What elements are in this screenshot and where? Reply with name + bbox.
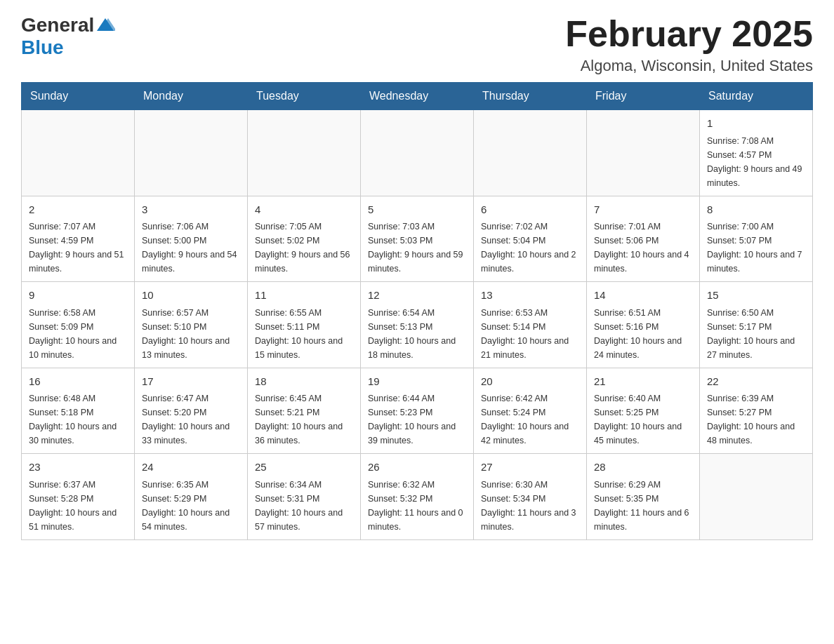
calendar-day-cell: 16Sunrise: 6:48 AM Sunset: 5:18 PM Dayli… (22, 368, 135, 454)
day-of-week-header: Friday (587, 83, 700, 110)
day-number: 7 (594, 202, 692, 218)
day-info: Sunrise: 6:29 AM Sunset: 5:35 PM Dayligh… (594, 478, 692, 534)
day-number: 4 (255, 202, 353, 218)
day-number: 24 (142, 459, 240, 476)
day-info: Sunrise: 6:39 AM Sunset: 5:27 PM Dayligh… (707, 391, 805, 448)
day-number: 20 (481, 374, 579, 390)
day-number: 16 (29, 374, 127, 390)
day-info: Sunrise: 7:07 AM Sunset: 4:59 PM Dayligh… (29, 220, 127, 276)
calendar-day-cell: 11Sunrise: 6:55 AM Sunset: 5:11 PM Dayli… (248, 282, 361, 368)
calendar-week-row: 9Sunrise: 6:58 AM Sunset: 5:09 PM Daylig… (22, 282, 813, 368)
calendar-day-cell (248, 110, 361, 196)
day-number: 6 (481, 202, 579, 218)
day-number: 9 (29, 288, 127, 304)
calendar-day-cell: 12Sunrise: 6:54 AM Sunset: 5:13 PM Dayli… (361, 282, 474, 368)
day-number: 25 (255, 459, 353, 476)
calendar-day-cell: 1Sunrise: 7:08 AM Sunset: 4:57 PM Daylig… (700, 110, 813, 196)
day-info: Sunrise: 6:42 AM Sunset: 5:24 PM Dayligh… (481, 391, 579, 448)
calendar-day-cell: 21Sunrise: 6:40 AM Sunset: 5:25 PM Dayli… (587, 368, 700, 454)
day-number: 17 (142, 374, 240, 390)
day-number: 12 (368, 288, 466, 304)
day-of-week-header: Saturday (700, 83, 813, 110)
calendar-day-cell: 23Sunrise: 6:37 AM Sunset: 5:28 PM Dayli… (22, 454, 135, 540)
day-of-week-header: Wednesday (361, 83, 474, 110)
calendar-body: 1Sunrise: 7:08 AM Sunset: 4:57 PM Daylig… (22, 110, 813, 540)
calendar-header: SundayMondayTuesdayWednesdayThursdayFrid… (22, 83, 813, 110)
calendar-day-cell: 10Sunrise: 6:57 AM Sunset: 5:10 PM Dayli… (135, 282, 248, 368)
day-info: Sunrise: 7:02 AM Sunset: 5:04 PM Dayligh… (481, 220, 579, 276)
title-section: February 2025 Algoma, Wisconsin, United … (565, 14, 813, 75)
day-info: Sunrise: 6:47 AM Sunset: 5:20 PM Dayligh… (142, 391, 240, 448)
calendar-day-cell: 28Sunrise: 6:29 AM Sunset: 5:35 PM Dayli… (587, 454, 700, 540)
day-info: Sunrise: 6:34 AM Sunset: 5:31 PM Dayligh… (255, 478, 353, 534)
calendar-day-cell: 20Sunrise: 6:42 AM Sunset: 5:24 PM Dayli… (474, 368, 587, 454)
calendar-day-cell: 25Sunrise: 6:34 AM Sunset: 5:31 PM Dayli… (248, 454, 361, 540)
calendar-day-cell: 18Sunrise: 6:45 AM Sunset: 5:21 PM Dayli… (248, 368, 361, 454)
day-info: Sunrise: 6:54 AM Sunset: 5:13 PM Dayligh… (368, 306, 466, 362)
calendar-day-cell: 4Sunrise: 7:05 AM Sunset: 5:02 PM Daylig… (248, 196, 361, 282)
calendar-day-cell: 3Sunrise: 7:06 AM Sunset: 5:00 PM Daylig… (135, 196, 248, 282)
day-info: Sunrise: 7:06 AM Sunset: 5:00 PM Dayligh… (142, 220, 240, 276)
day-info: Sunrise: 7:00 AM Sunset: 5:07 PM Dayligh… (707, 220, 805, 276)
calendar-day-cell: 5Sunrise: 7:03 AM Sunset: 5:03 PM Daylig… (361, 196, 474, 282)
day-info: Sunrise: 7:03 AM Sunset: 5:03 PM Dayligh… (368, 220, 466, 276)
day-info: Sunrise: 6:44 AM Sunset: 5:23 PM Dayligh… (368, 391, 466, 448)
calendar-day-cell (700, 454, 813, 540)
day-number: 14 (594, 288, 692, 304)
day-number: 15 (707, 288, 805, 304)
day-number: 1 (707, 116, 805, 132)
logo: General Blue (21, 14, 115, 59)
location-title: Algoma, Wisconsin, United States (565, 57, 813, 75)
calendar-week-row: 2Sunrise: 7:07 AM Sunset: 4:59 PM Daylig… (22, 196, 813, 282)
day-of-week-header: Tuesday (248, 83, 361, 110)
day-info: Sunrise: 6:55 AM Sunset: 5:11 PM Dayligh… (255, 306, 353, 362)
calendar-day-cell (22, 110, 135, 196)
calendar-day-cell: 7Sunrise: 7:01 AM Sunset: 5:06 PM Daylig… (587, 196, 700, 282)
day-info: Sunrise: 6:58 AM Sunset: 5:09 PM Dayligh… (29, 306, 127, 362)
day-info: Sunrise: 6:35 AM Sunset: 5:29 PM Dayligh… (142, 478, 240, 534)
calendar-day-cell: 14Sunrise: 6:51 AM Sunset: 5:16 PM Dayli… (587, 282, 700, 368)
day-info: Sunrise: 7:08 AM Sunset: 4:57 PM Dayligh… (707, 134, 805, 190)
page-header: General Blue February 2025 Algoma, Wisco… (21, 14, 813, 75)
logo-general-text: General (21, 14, 94, 36)
day-number: 18 (255, 374, 353, 390)
day-number: 5 (368, 202, 466, 218)
day-of-week-header: Monday (135, 83, 248, 110)
day-number: 22 (707, 374, 805, 390)
day-info: Sunrise: 6:45 AM Sunset: 5:21 PM Dayligh… (255, 391, 353, 448)
day-info: Sunrise: 6:40 AM Sunset: 5:25 PM Dayligh… (594, 391, 692, 448)
day-number: 21 (594, 374, 692, 390)
calendar-day-cell: 19Sunrise: 6:44 AM Sunset: 5:23 PM Dayli… (361, 368, 474, 454)
day-number: 27 (481, 459, 579, 476)
calendar-day-cell: 2Sunrise: 7:07 AM Sunset: 4:59 PM Daylig… (22, 196, 135, 282)
day-of-week-header: Thursday (474, 83, 587, 110)
day-number: 28 (594, 459, 692, 476)
day-info: Sunrise: 7:01 AM Sunset: 5:06 PM Dayligh… (594, 220, 692, 276)
calendar-day-cell: 6Sunrise: 7:02 AM Sunset: 5:04 PM Daylig… (474, 196, 587, 282)
day-number: 2 (29, 202, 127, 218)
calendar-day-cell: 26Sunrise: 6:32 AM Sunset: 5:32 PM Dayli… (361, 454, 474, 540)
calendar-day-cell (474, 110, 587, 196)
day-of-week-header: Sunday (22, 83, 135, 110)
day-info: Sunrise: 6:30 AM Sunset: 5:34 PM Dayligh… (481, 478, 579, 534)
calendar-day-cell: 17Sunrise: 6:47 AM Sunset: 5:20 PM Dayli… (135, 368, 248, 454)
day-number: 10 (142, 288, 240, 304)
calendar-week-row: 16Sunrise: 6:48 AM Sunset: 5:18 PM Dayli… (22, 368, 813, 454)
logo-icon (95, 15, 115, 35)
day-info: Sunrise: 6:32 AM Sunset: 5:32 PM Dayligh… (368, 478, 466, 534)
day-number: 8 (707, 202, 805, 218)
calendar-table: SundayMondayTuesdayWednesdayThursdayFrid… (21, 82, 813, 540)
calendar-day-cell: 9Sunrise: 6:58 AM Sunset: 5:09 PM Daylig… (22, 282, 135, 368)
calendar-day-cell (135, 110, 248, 196)
calendar-day-cell: 8Sunrise: 7:00 AM Sunset: 5:07 PM Daylig… (700, 196, 813, 282)
day-number: 13 (481, 288, 579, 304)
day-info: Sunrise: 6:51 AM Sunset: 5:16 PM Dayligh… (594, 306, 692, 362)
calendar-week-row: 23Sunrise: 6:37 AM Sunset: 5:28 PM Dayli… (22, 454, 813, 540)
day-number: 3 (142, 202, 240, 218)
calendar-day-cell: 24Sunrise: 6:35 AM Sunset: 5:29 PM Dayli… (135, 454, 248, 540)
day-number: 11 (255, 288, 353, 304)
calendar-day-cell: 22Sunrise: 6:39 AM Sunset: 5:27 PM Dayli… (700, 368, 813, 454)
day-number: 23 (29, 459, 127, 476)
day-info: Sunrise: 6:48 AM Sunset: 5:18 PM Dayligh… (29, 391, 127, 448)
day-info: Sunrise: 6:57 AM Sunset: 5:10 PM Dayligh… (142, 306, 240, 362)
